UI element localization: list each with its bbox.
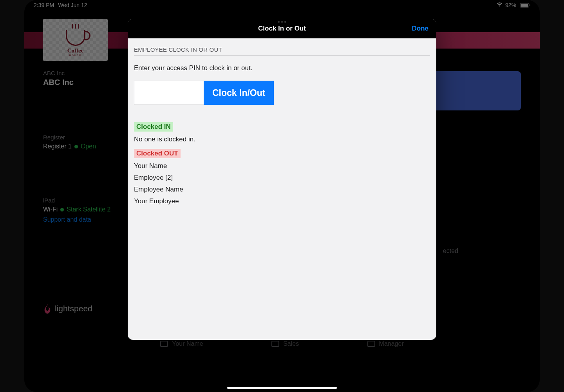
modal-title: Clock In or Out [258, 25, 306, 33]
clocked-out-employee: Your Employee [134, 197, 430, 205]
clocked-in-tag: Clocked IN [134, 122, 173, 132]
clocked-out-employee: Your Name [134, 162, 430, 170]
section-header: EMPLOYEE CLOCK IN OR OUT [134, 46, 430, 56]
clocked-out-employee: Employee [2] [134, 174, 430, 182]
pin-input[interactable] [134, 81, 204, 105]
clock-in-out-button[interactable]: Clock In/Out [204, 81, 274, 105]
drag-handle-icon[interactable] [278, 21, 286, 23]
clock-in-out-modal: Clock In or Out Done EMPLOYEE CLOCK IN O… [128, 19, 436, 340]
instruction-text: Enter your access PIN to clock in or out… [134, 64, 430, 72]
modal-header: Clock In or Out Done [128, 19, 436, 38]
clocked-out-employee: Employee Name [134, 186, 430, 193]
clocked-in-empty-text: No one is clocked in. [134, 135, 430, 143]
done-button[interactable]: Done [412, 25, 429, 33]
home-indicator[interactable] [227, 387, 337, 389]
clocked-out-tag: Clocked OUT [134, 149, 181, 158]
